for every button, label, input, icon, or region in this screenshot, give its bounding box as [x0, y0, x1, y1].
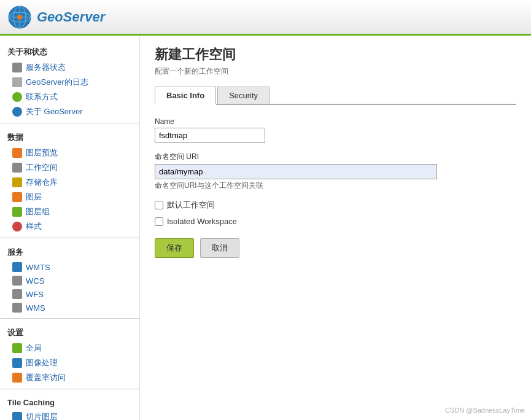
- sidebar-divider-1: [0, 123, 139, 123]
- layer-preview-icon: [12, 148, 22, 158]
- sidebar-section-about: 关于和状态: [0, 42, 139, 60]
- tab-security[interactable]: Security: [217, 87, 269, 104]
- sidebar-item-server-status[interactable]: 服务器状态: [0, 60, 139, 75]
- contact-icon: [12, 92, 22, 102]
- sidebar-divider-4: [0, 389, 139, 389]
- sidebar-item-store[interactable]: 存储仓库: [0, 175, 139, 190]
- wfs-icon: [12, 289, 22, 299]
- name-input[interactable]: [155, 128, 265, 143]
- coverage-icon: [12, 373, 22, 383]
- logo-text: GeoServer: [37, 9, 105, 25]
- uri-input[interactable]: [155, 164, 437, 179]
- store-icon: [12, 177, 22, 187]
- style-icon: [12, 222, 22, 231]
- sidebar-item-style[interactable]: 样式: [0, 219, 139, 234]
- content-area: 新建工作空间 配置一个新的工作空间 Basic Info Security Na…: [140, 36, 531, 420]
- sidebar-item-layergroup[interactable]: 图层组: [0, 204, 139, 219]
- sidebar-item-wcs[interactable]: WCS: [0, 274, 139, 287]
- image-icon: [12, 358, 22, 368]
- sidebar-item-workspace[interactable]: 工作空间: [0, 160, 139, 175]
- sidebar-divider-3: [0, 318, 139, 319]
- button-row: 保存 取消: [155, 238, 516, 258]
- page-title: 新建工作空间: [155, 45, 516, 64]
- uri-group: 命名空间 URI 命名空间URI与这个工作空间关联: [155, 152, 516, 191]
- layergroup-icon: [12, 207, 22, 217]
- workspace-icon: [12, 163, 22, 173]
- server-icon: [12, 63, 22, 72]
- isolated-workspace-group: Isolated Workspace: [155, 217, 516, 226]
- sidebar-item-image[interactable]: 图像处理: [0, 356, 139, 370]
- layer-icon: [12, 192, 22, 202]
- sidebar-item-wms[interactable]: WMS: [0, 301, 139, 314]
- name-group: Name: [155, 117, 516, 143]
- sidebar-item-about[interactable]: 关于 GeoServer: [0, 104, 139, 119]
- isolated-workspace-checkbox[interactable]: [155, 217, 163, 226]
- sidebar-item-coverage[interactable]: 覆盖率访问: [0, 370, 139, 385]
- page-subtitle: 配置一个新的工作空间: [155, 66, 516, 77]
- sidebar-section-settings: 设置: [0, 322, 139, 341]
- svg-point-5: [17, 15, 22, 20]
- sidebar: 关于和状态 服务器状态 GeoServer的日志 联系方式 关于 GeoServ…: [0, 36, 140, 420]
- sidebar-divider-2: [0, 238, 139, 238]
- tile-icon: [12, 412, 22, 420]
- sidebar-item-global[interactable]: 全局: [0, 341, 139, 356]
- name-label: Name: [155, 117, 516, 126]
- sidebar-item-wmts[interactable]: WMTS: [0, 260, 139, 274]
- cancel-button[interactable]: 取消: [200, 238, 239, 258]
- global-icon: [12, 343, 22, 353]
- uri-hint: 命名空间URI与这个工作空间关联: [155, 181, 516, 191]
- sidebar-item-contact[interactable]: 联系方式: [0, 90, 139, 104]
- sidebar-section-services: 服务: [0, 242, 139, 260]
- uri-label: 命名空间 URI: [155, 152, 516, 162]
- default-workspace-label[interactable]: 默认工作空间: [167, 200, 215, 211]
- sidebar-item-logs[interactable]: GeoServer的日志: [0, 75, 139, 90]
- isolated-workspace-label[interactable]: Isolated Workspace: [167, 217, 237, 226]
- main-layout: 关于和状态 服务器状态 GeoServer的日志 联系方式 关于 GeoServ…: [0, 36, 531, 420]
- sidebar-item-layer[interactable]: 图层: [0, 190, 139, 204]
- geoserver-logo-icon: [7, 5, 32, 29]
- watermark: CSDN @SadnessLayTime: [445, 406, 525, 414]
- tab-bar: Basic Info Security: [155, 87, 516, 105]
- header: GeoServer: [0, 0, 531, 36]
- save-button[interactable]: 保存: [155, 238, 194, 258]
- logo-area[interactable]: GeoServer: [7, 5, 105, 29]
- default-workspace-group: 默认工作空间: [155, 200, 516, 211]
- wcs-icon: [12, 276, 22, 286]
- wms-icon: [12, 303, 22, 313]
- default-workspace-checkbox[interactable]: [155, 201, 163, 209]
- sidebar-item-tile-layer[interactable]: 切片图层: [0, 410, 139, 420]
- doc-icon: [12, 77, 22, 87]
- sidebar-item-wfs[interactable]: WFS: [0, 287, 139, 301]
- about-icon: [12, 107, 22, 117]
- wmts-icon: [12, 262, 22, 272]
- tab-basic-info[interactable]: Basic Info: [155, 87, 216, 105]
- sidebar-section-data: 数据: [0, 127, 139, 146]
- sidebar-item-layer-preview[interactable]: 图层预览: [0, 146, 139, 160]
- sidebar-section-tile-caching: Tile Caching: [0, 393, 139, 410]
